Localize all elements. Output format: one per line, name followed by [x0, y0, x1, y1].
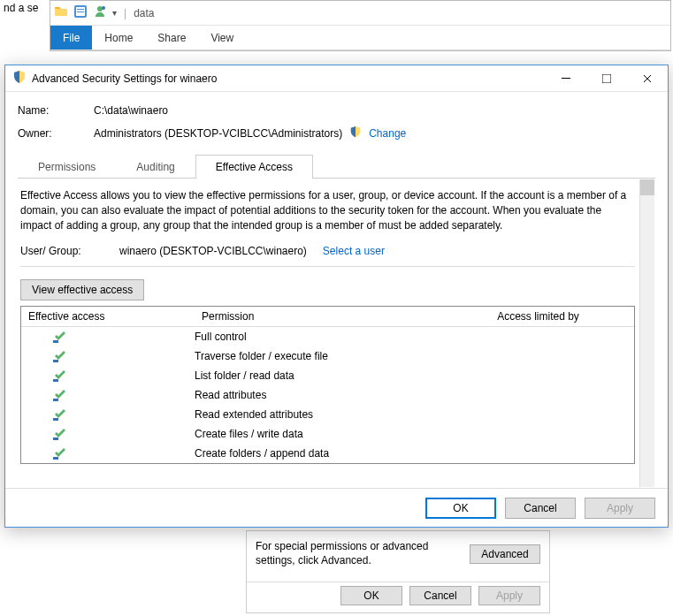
permission-cell: Read attributes	[195, 389, 442, 401]
svg-point-5	[102, 6, 105, 10]
ribbon-tab-file[interactable]: File	[50, 26, 92, 49]
permission-cell: Full control	[195, 331, 442, 343]
table-row[interactable]: Traverse folder / execute file	[21, 346, 634, 366]
cancel-button[interactable]: Cancel	[505, 498, 576, 519]
vertical-scrollbar[interactable]	[639, 179, 654, 487]
table-row[interactable]: List folder / read data	[21, 366, 634, 385]
explorer-ribbon: File Home Share View	[50, 26, 670, 50]
permission-cell: Create files / write data	[195, 428, 442, 440]
permission-cell: List folder / read data	[195, 369, 442, 382]
svg-rect-2	[77, 9, 84, 10]
permission-cell: Read extended attributes	[195, 408, 442, 421]
column-permission[interactable]: Permission	[195, 307, 442, 326]
scrollbar-thumb[interactable]	[640, 179, 654, 195]
table-row[interactable]: Read attributes	[21, 385, 634, 405]
table-row[interactable]: Full control	[21, 327, 634, 346]
view-effective-access-button[interactable]: View effective access	[20, 279, 144, 300]
user-group-label: User/ Group:	[20, 245, 119, 257]
explorer-titlebar: ▾ | data	[50, 1, 670, 26]
ribbon-tab-home[interactable]: Home	[92, 26, 145, 49]
table-row[interactable]: Create folders / append data	[21, 444, 634, 463]
svg-rect-12	[53, 418, 58, 421]
ribbon-tab-view[interactable]: View	[198, 26, 246, 49]
tab-auditing[interactable]: Auditing	[116, 155, 195, 179]
advanced-security-dialog: Advanced Security Settings for winaero N…	[4, 65, 669, 528]
svg-rect-14	[53, 457, 58, 460]
table-row[interactable]: Create files / write data	[21, 424, 634, 444]
properties-qat-icon[interactable]	[73, 4, 88, 21]
maximize-button[interactable]	[586, 65, 627, 92]
minimize-button[interactable]	[546, 65, 586, 92]
svg-rect-9	[53, 360, 58, 362]
ribbon-tab-share[interactable]: Share	[145, 26, 198, 49]
svg-rect-10	[53, 379, 58, 382]
user-group-value: winaero (DESKTOP-VCIBLCC\winaero)	[119, 245, 307, 257]
owner-label: Owner:	[18, 127, 94, 140]
share-qat-icon[interactable]	[93, 4, 107, 21]
properties-apply-button: Apply	[478, 586, 540, 605]
dialog-footer: OK Cancel Apply	[5, 488, 668, 527]
qat-dropdown-icon[interactable]: ▾	[112, 8, 117, 18]
svg-rect-13	[53, 437, 58, 440]
dialog-title: Advanced Security Settings for winaero	[32, 72, 217, 85]
permission-cell: Create folders / append data	[195, 447, 442, 460]
allow-icon	[21, 369, 195, 383]
advanced-hint-text: For special permissions or advanced sett…	[256, 540, 450, 567]
svg-rect-7	[602, 74, 611, 83]
titlebar-separator: |	[124, 7, 126, 19]
permission-cell: Traverse folder / execute file	[195, 350, 442, 362]
uac-shield-icon	[349, 125, 362, 141]
allow-icon	[21, 407, 195, 422]
effective-access-table: Effective access Permission Access limit…	[20, 306, 635, 464]
explorer-window: ▾ | data File Home Share View	[50, 0, 671, 51]
owner-value: Administrators (DESKTOP-VCIBLCC\Administ…	[94, 127, 342, 140]
svg-rect-3	[77, 11, 84, 12]
name-value: C:\data\winaero	[94, 104, 168, 117]
explorer-title-text: data	[134, 7, 154, 19]
name-label: Name:	[18, 104, 94, 117]
tab-permissions[interactable]: Permissions	[18, 155, 116, 179]
shield-icon	[12, 70, 32, 87]
tab-strip: Permissions Auditing Effective Access	[18, 155, 655, 179]
svg-rect-11	[53, 399, 58, 401]
svg-rect-6	[562, 78, 570, 79]
svg-rect-8	[53, 340, 58, 343]
background-fragment: nd a se	[0, 0, 48, 16]
select-user-link[interactable]: Select a user	[323, 245, 385, 257]
allow-icon	[21, 427, 195, 441]
apply-button: Apply	[585, 498, 655, 519]
folder-icon	[54, 4, 68, 21]
tab-effective-access[interactable]: Effective Access	[195, 155, 313, 179]
allow-icon	[21, 330, 195, 344]
column-effective-access[interactable]: Effective access	[21, 307, 195, 326]
advanced-button[interactable]: Advanced	[470, 544, 540, 564]
properties-cancel-button[interactable]: Cancel	[409, 586, 471, 605]
svg-point-4	[97, 6, 103, 11]
column-access-limited-by[interactable]: Access limited by	[442, 307, 634, 326]
change-owner-link[interactable]: Change	[369, 127, 406, 140]
allow-icon	[21, 446, 195, 460]
table-row[interactable]: Read extended attributes	[21, 405, 634, 424]
effective-access-description: Effective Access allows you to view the …	[20, 188, 635, 232]
allow-icon	[21, 388, 195, 402]
allow-icon	[21, 349, 195, 363]
properties-dialog-fragment: For special permissions or advanced sett…	[246, 530, 550, 613]
dialog-titlebar: Advanced Security Settings for winaero	[5, 65, 668, 92]
properties-ok-button[interactable]: OK	[340, 586, 402, 605]
close-button[interactable]	[627, 65, 668, 92]
ok-button[interactable]: OK	[425, 498, 496, 519]
